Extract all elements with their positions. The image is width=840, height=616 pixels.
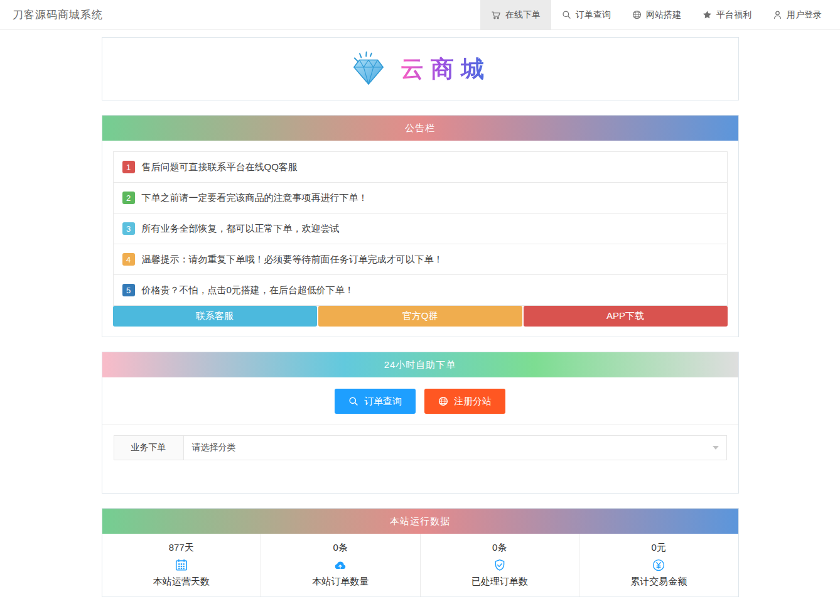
self-service-header: 24小时自助下单: [102, 352, 738, 377]
cloud-upload-icon: [333, 558, 347, 572]
category-select[interactable]: 请选择分类: [183, 435, 727, 460]
notice-badge: 2: [122, 192, 135, 204]
user-icon: [773, 10, 782, 19]
notice-row: 3 所有业务全部恢复，都可以正常下单，欢迎尝试: [114, 213, 727, 244]
button-label: 订单查询: [364, 396, 402, 408]
notice-badge: 5: [122, 284, 135, 296]
stats-row: 877天 本站运营天数 0条 本站订单数量 0条 已处理订单数: [102, 534, 738, 597]
notice-list: 1 售后问题可直接联系平台在线QQ客服 2 下单之前请一定要看完该商品的注意事项…: [113, 151, 728, 306]
stat-value: 0条: [492, 542, 507, 554]
notice-buttons: 联系客服 官方Q群 APP下载: [113, 306, 728, 327]
notice-badge: 4: [122, 253, 135, 266]
nav-item-label: 订单查询: [576, 9, 611, 21]
stat-running-days: 877天 本站运营天数: [102, 534, 262, 597]
notice-card: 公告栏 1 售后问题可直接联系平台在线QQ客服 2 下单之前请一定要看完该商品的…: [102, 115, 739, 337]
stat-label: 累计交易金额: [630, 576, 687, 588]
button-label: 注册分站: [454, 396, 492, 408]
stat-label: 本站运营天数: [153, 576, 210, 588]
contact-support-button[interactable]: 联系客服: [113, 306, 317, 327]
app-download-button[interactable]: APP下载: [524, 306, 728, 327]
nav-item-label: 平台福利: [716, 9, 751, 21]
notice-text: 售后问题可直接联系平台在线QQ客服: [142, 161, 298, 173]
self-service-buttons: 订单查询 注册分站: [102, 377, 738, 414]
nav-item-order-query[interactable]: 订单查询: [551, 0, 622, 30]
category-select-value: 请选择分类: [192, 442, 236, 453]
search-icon: [348, 396, 358, 406]
nav-item-platform-benefits[interactable]: 平台福利: [692, 0, 762, 30]
notice-badge: 3: [122, 222, 135, 235]
star-icon: [703, 10, 712, 19]
register-substation-button[interactable]: 注册分站: [424, 389, 505, 414]
notice-row: 2 下单之前请一定要看完该商品的注意事项再进行下单！: [114, 183, 727, 213]
globe-icon: [438, 396, 448, 406]
stat-label: 已处理订单数: [471, 576, 528, 588]
search-icon: [562, 10, 571, 19]
notice-text: 所有业务全部恢复，都可以正常下单，欢迎尝试: [142, 223, 340, 235]
order-form-label: 业务下单: [114, 435, 184, 460]
notice-row: 4 温馨提示：请勿重复下单哦！必须要等待前面任务订单完成才可以下单！: [114, 244, 727, 275]
stat-total-amount: 0元 累计交易金额: [579, 534, 738, 597]
nav-item-label: 在线下单: [505, 9, 541, 21]
official-qq-group-button[interactable]: 官方Q群: [318, 306, 522, 327]
notice-text: 温馨提示：请勿重复下单哦！必须要等待前面任务订单完成才可以下单！: [142, 254, 443, 266]
notice-text: 价格贵？不怕，点击0元搭建，在后台超低价下单！: [142, 284, 354, 296]
top-navbar: 刀客源码商城系统 在线下单 订单查询 网站搭建 平台福利: [0, 0, 840, 30]
order-query-button[interactable]: 订单查询: [335, 389, 416, 414]
cart-icon: [491, 10, 501, 20]
logo-card: 云商城: [102, 37, 739, 100]
globe-icon: [632, 10, 642, 19]
notice-badge: 1: [122, 161, 135, 173]
stat-processed-orders: 0条 已处理订单数: [421, 534, 580, 597]
yen-circle-icon: [652, 558, 665, 572]
stat-value: 877天: [169, 542, 194, 554]
diamond-icon: [349, 50, 388, 88]
nav-item-site-build[interactable]: 网站搭建: [622, 0, 692, 30]
nav-item-online-order[interactable]: 在线下单: [480, 0, 551, 30]
main-container: 云商城 公告栏 1 售后问题可直接联系平台在线QQ客服 2 下单之前请一定要看完…: [102, 37, 739, 597]
notice-row: 5 价格贵？不怕，点击0元搭建，在后台超低价下单！: [114, 275, 727, 306]
notice-header: 公告栏: [102, 116, 738, 141]
order-form-row: 业务下单 请选择分类: [114, 435, 727, 460]
chevron-down-icon: [713, 446, 719, 450]
stat-order-count: 0条 本站订单数量: [261, 534, 421, 597]
nav-menu: 在线下单 订单查询 网站搭建 平台福利 用户登录: [480, 0, 832, 30]
nav-item-label: 网站搭建: [646, 9, 681, 21]
nav-item-label: 用户登录: [787, 9, 822, 21]
shield-check-icon: [493, 558, 507, 572]
logo-text: 云商城: [398, 53, 491, 85]
calendar-icon: [175, 558, 188, 572]
nav-item-user-login[interactable]: 用户登录: [762, 0, 832, 30]
stat-label: 本站订单数量: [312, 576, 369, 588]
stat-value: 0元: [652, 542, 666, 554]
notice-text: 下单之前请一定要看完该商品的注意事项再进行下单！: [142, 192, 368, 204]
notice-body: 1 售后问题可直接联系平台在线QQ客服 2 下单之前请一定要看完该商品的注意事项…: [102, 141, 738, 337]
self-service-card: 24小时自助下单 订单查询 注册分站 业务下单 请选择分类: [102, 352, 739, 494]
notice-row: 1 售后问题可直接联系平台在线QQ客服: [114, 152, 727, 183]
site-title: 刀客源码商城系统: [13, 8, 103, 22]
divider: [102, 424, 738, 425]
stats-header: 本站运行数据: [102, 509, 738, 534]
stat-value: 0条: [333, 542, 348, 554]
stats-card: 本站运行数据 877天 本站运营天数 0条 本站订单数量 0条: [102, 508, 739, 597]
